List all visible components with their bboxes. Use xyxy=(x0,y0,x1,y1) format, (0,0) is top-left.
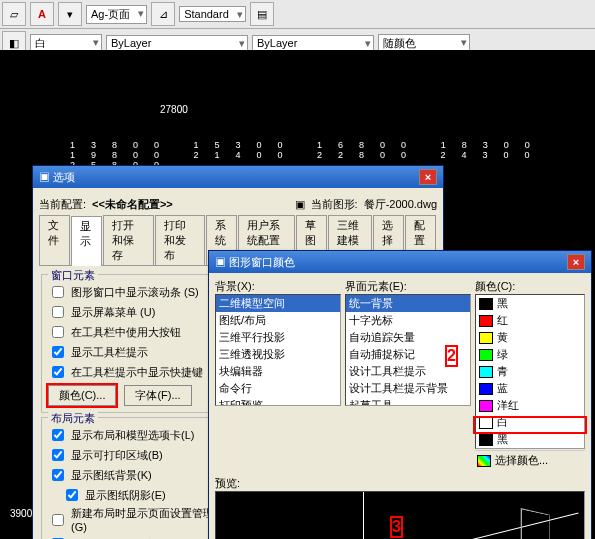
chk-tabs[interactable]: 显示布局和模型选项卡(L) xyxy=(48,426,227,444)
drawing-value: 餐厅-2000.dwg xyxy=(364,197,437,212)
select-color-item[interactable]: 选择颜色... xyxy=(495,453,548,468)
color-item[interactable]: 白 xyxy=(476,414,584,431)
chk-scrollbars[interactable]: 图形窗口中显示滚动条 (S) xyxy=(48,283,227,301)
dwg-icon: ▣ xyxy=(295,198,305,211)
tab-opensave[interactable]: 打开和保存 xyxy=(103,215,154,265)
dimstyle-combo[interactable]: Standard xyxy=(179,6,246,22)
dialog-title: ▣ 图形窗口颜色 xyxy=(215,255,295,270)
chk-paperbg[interactable]: 显示图纸背景(K) xyxy=(48,466,227,484)
color-dialog: ▣ 图形窗口颜色 × 背景(X): 二维模型空间 图纸/布局 三维平行投影 三维… xyxy=(208,250,592,539)
drawing-label: 当前图形: xyxy=(311,197,358,212)
dialog-title: ▣ 选项 xyxy=(39,170,75,185)
list-item: 统一背景 xyxy=(346,295,470,312)
style-a-icon[interactable]: A xyxy=(30,2,54,26)
textstyle-combo[interactable]: Ag-页面 xyxy=(86,5,147,24)
list-item: 二维模型空间 xyxy=(216,295,340,312)
chk-screenmenu[interactable]: 显示屏幕菜单 (U) xyxy=(48,303,227,321)
color-item[interactable]: 洋红 xyxy=(476,397,584,414)
chk-pagesetup[interactable]: 新建布局时显示页面设置管理器(G) xyxy=(48,506,227,533)
list-item: 命令行 xyxy=(216,380,340,397)
tab-plot[interactable]: 打印和发布 xyxy=(155,215,206,265)
color-item[interactable]: 绿 xyxy=(476,346,584,363)
color-titlebar[interactable]: ▣ 图形窗口颜色 × xyxy=(209,251,591,273)
list-item: 起草工具 xyxy=(346,397,470,406)
tab-display[interactable]: 显示 xyxy=(71,216,102,266)
window-elements-group: 窗口元素 图形窗口中显示滚动条 (S) 显示屏幕菜单 (U) 在工具栏中使用大按… xyxy=(41,274,234,413)
list-item: 图纸/布局 xyxy=(216,312,340,329)
chk-shadow[interactable]: 显示图纸阴影(E) xyxy=(62,486,227,504)
dropdown-icon[interactable]: ▾ xyxy=(58,2,82,26)
lweight-combo[interactable]: ByLayer xyxy=(252,35,374,51)
context-label: 背景(X): xyxy=(215,279,341,294)
context-list[interactable]: 二维模型空间 图纸/布局 三维平行投影 三维透视投影 块编辑器 命令行 打印预览 xyxy=(215,294,341,406)
list-item: 自动追踪矢量 xyxy=(346,329,470,346)
callout-2: 2 xyxy=(445,345,458,367)
close-icon[interactable]: × xyxy=(567,254,585,270)
list-item: 三维平行投影 xyxy=(216,329,340,346)
color-item[interactable]: 蓝 xyxy=(476,380,584,397)
ltype-combo[interactable]: ByLayer xyxy=(106,35,248,51)
list-item: 十字光标 xyxy=(346,312,470,329)
new-icon[interactable]: ▱ xyxy=(2,2,26,26)
list-item: 设计工具栏提示背景 xyxy=(346,380,470,397)
list-item: 三维透视投影 xyxy=(216,346,340,363)
color-item[interactable]: 黄 xyxy=(476,329,584,346)
color-label: 颜色(C): xyxy=(475,279,585,294)
chk-printarea[interactable]: 显示可打印区域(B) xyxy=(48,446,227,464)
profile-value: <<未命名配置>> xyxy=(92,197,173,212)
table-icon[interactable]: ▤ xyxy=(250,2,274,26)
profile-label: 当前配置: xyxy=(39,197,86,212)
fonts-button[interactable]: 字体(F)... xyxy=(124,385,191,406)
list-item: 打印预览 xyxy=(216,397,340,406)
chk-shortcuts[interactable]: 在工具栏提示中显示快捷键 xyxy=(48,363,227,381)
group-title: 布局元素 xyxy=(48,411,98,426)
list-item: 块编辑器 xyxy=(216,363,340,380)
color-item[interactable]: 黑 xyxy=(476,295,584,312)
color-item[interactable]: 黑 xyxy=(476,431,584,448)
close-icon[interactable]: × xyxy=(419,169,437,185)
color-item[interactable]: 红 xyxy=(476,312,584,329)
chk-largebtn[interactable]: 在工具栏中使用大按钮 xyxy=(48,323,227,341)
palette-icon xyxy=(477,455,491,467)
chk-viewport[interactable]: 在新布局中创建视口(N) xyxy=(48,535,227,539)
chk-tooltips[interactable]: 显示工具栏提示 xyxy=(48,343,227,361)
tab-file[interactable]: 文件 xyxy=(39,215,70,265)
preview-label: 预览: xyxy=(215,476,585,491)
color-item[interactable]: 青 xyxy=(476,363,584,380)
color-list[interactable]: 黑红黄绿青蓝洋红白黑 xyxy=(475,294,585,449)
group-title: 窗口元素 xyxy=(48,268,98,283)
element-label: 界面元素(E): xyxy=(345,279,471,294)
colors-button[interactable]: 颜色(C)... xyxy=(48,385,116,406)
options-titlebar[interactable]: ▣ 选项 × xyxy=(33,166,443,188)
dimstyle-icon[interactable]: ⊿ xyxy=(151,2,175,26)
layout-elements-group: 布局元素 显示布局和模型选项卡(L) 显示可打印区域(B) 显示图纸背景(K) … xyxy=(41,417,234,539)
dim-text: 27800 xyxy=(160,104,188,115)
callout-3: 3 xyxy=(390,516,403,538)
